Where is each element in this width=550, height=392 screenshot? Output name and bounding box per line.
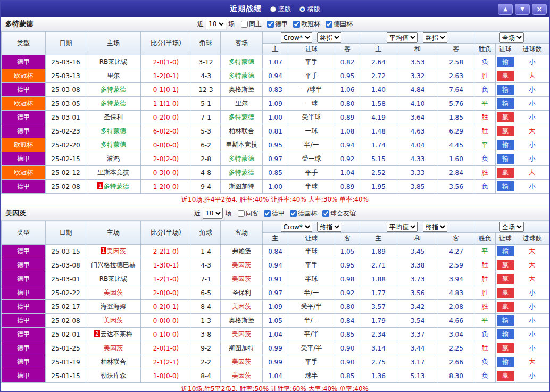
recent-count-select[interactable]: 10 xyxy=(206,19,226,29)
filter-option[interactable]: 德国杯 xyxy=(326,20,353,29)
league-cell: 德甲 xyxy=(2,369,46,383)
team-label: 里斯本竞技 xyxy=(226,141,257,148)
close-button[interactable]: × xyxy=(532,4,547,15)
date-cell: 25-01-15 xyxy=(46,369,86,383)
filter-option[interactable]: 德国杯 xyxy=(290,209,317,218)
avg-draw-cell: 3.37 xyxy=(397,328,438,341)
filter-checkbox[interactable] xyxy=(293,21,300,28)
filter-option[interactable]: 德甲 xyxy=(264,209,285,218)
team-label: 美因茨 xyxy=(104,316,123,324)
away-team-cell: 多特蒙德 xyxy=(221,69,263,83)
corner-cell: 5-3 xyxy=(191,124,221,138)
result-cell: 胜 xyxy=(474,111,496,124)
filter-checkbox-label: 德甲 xyxy=(275,20,288,29)
team-label: 圣保利 xyxy=(104,113,123,121)
goals-cell: 小 xyxy=(515,341,549,355)
avg-away-cell: 3.94 xyxy=(438,272,474,286)
handicap-result-cell: 赢 xyxy=(496,124,515,138)
avg-draw-cell: 3.45 xyxy=(397,245,438,258)
filter-option[interactable]: 欧冠杯 xyxy=(293,20,320,29)
avg-home-cell: 1.77 xyxy=(360,286,397,300)
match-row: 德甲25-03-08门兴格拉德巴赫1-3(0-1)4-3美因茨0.94平手0.9… xyxy=(2,258,549,272)
corner-cell: 9-4 xyxy=(191,180,221,194)
handicap-cell: 平手 xyxy=(288,258,335,272)
score-cell: 2-0(1-0) xyxy=(141,55,191,69)
match-row: 德甲25-01-15勒沃库森1-0(0-0)8-4美因茨1.04球半0.851.… xyxy=(2,369,549,383)
match-row: 德甲25-02-081多特蒙德1-2(0-0)9-4斯图加特1.00半球0.89… xyxy=(2,180,549,194)
match-row: 德甲25-01-19柏林联合2-1(2-1)2-2美因茨0.99平手0.902.… xyxy=(2,355,549,369)
home-team-cell: 美因茨 xyxy=(86,286,141,300)
goals-cell: 小 xyxy=(515,111,549,124)
results-body: 德甲25-03-151美因茨2-2(1-0)1-4弗赖堡0.84半球1.051.… xyxy=(2,245,549,383)
view-mode-radio[interactable]: 竖版 xyxy=(270,5,291,14)
view-mode-radio[interactable]: 横版 xyxy=(299,5,320,14)
avg-away-cell: 2.66 xyxy=(438,355,474,369)
odds-stage-select[interactable]: 终指 xyxy=(317,222,341,232)
team-label: RB莱比锡 xyxy=(99,275,128,282)
avg-away-cell: 2.84 xyxy=(438,166,474,180)
result-cell: 负 xyxy=(474,152,496,166)
odds-away-cell: 1.04 xyxy=(335,166,360,180)
score-cell: 0-0(0-0) xyxy=(141,314,191,328)
handicap-result-cell: 输 xyxy=(496,180,515,194)
filter-option[interactable]: 同主 xyxy=(241,20,262,29)
handicap-result-chip: 输 xyxy=(497,85,514,95)
section-header: 多特蒙德 近 10 场 同主德甲欧冠杯德国杯 xyxy=(1,17,549,31)
avg-draw-cell: 4.63 xyxy=(397,124,438,138)
bookmaker-select[interactable]: Crow* xyxy=(281,222,312,232)
avg-select[interactable]: 平均值 xyxy=(387,222,418,232)
date-cell: 25-02-17 xyxy=(46,300,86,314)
filter-option[interactable]: 德甲 xyxy=(267,20,288,29)
col-avg-draw: 和 xyxy=(397,44,438,55)
avg-draw-cell: 3.56 xyxy=(397,286,438,300)
bookmaker-select[interactable]: Crow* xyxy=(281,32,312,43)
corner-cell: 4-3 xyxy=(191,69,221,83)
filter-checkbox[interactable] xyxy=(267,21,274,28)
result-cell: 胜 xyxy=(474,258,496,272)
avg-select[interactable]: 平均值 xyxy=(387,32,418,43)
date-cell: 25-03-08 xyxy=(46,258,86,272)
avg-stage-select[interactable]: 终指 xyxy=(423,222,447,232)
goals-cell: 小 xyxy=(515,55,549,69)
move-down-button[interactable]: ▼ xyxy=(515,4,530,15)
avg-home-cell: 2.64 xyxy=(360,55,397,69)
move-up-button[interactable]: ▲ xyxy=(498,4,513,15)
col-score: 比分(半场) xyxy=(141,221,191,245)
team-label: 里尔 xyxy=(235,99,248,107)
handicap-cell: 平/半 xyxy=(288,328,335,341)
league-cell: 欧冠杯 xyxy=(2,97,46,111)
col-handicap-result: 让球 xyxy=(496,233,515,245)
filter-checkbox-group: 同主德甲欧冠杯德国杯 xyxy=(241,20,353,29)
filter-checkbox[interactable] xyxy=(241,21,248,28)
avg-away-cell: 7.64 xyxy=(438,83,474,97)
recent-count-select[interactable]: 10 xyxy=(203,208,223,219)
avg-draw-cell: 3.64 xyxy=(397,111,438,124)
filter-checkbox[interactable] xyxy=(322,210,329,217)
odds-away-cell: 0.95 xyxy=(335,258,360,272)
filter-checkbox[interactable] xyxy=(290,210,297,217)
fulltime-select[interactable]: 全场 xyxy=(499,32,524,43)
odds-away-cell: 0.80 xyxy=(335,300,360,314)
avg-home-cell: 1.40 xyxy=(360,83,397,97)
col-corner: 角球 xyxy=(191,32,221,55)
match-row: 德甲25-02-012云达不莱梅0-1(0-0)3-8美因茨1.04平/半0.8… xyxy=(2,328,549,341)
filter-checkbox[interactable] xyxy=(264,210,271,217)
avg-stage-select[interactable]: 终指 xyxy=(423,32,447,43)
odds-home-cell: 1.00 xyxy=(263,111,288,124)
home-team-cell: 美因茨 xyxy=(86,341,141,355)
col-result: 胜负 xyxy=(474,44,496,55)
avg-draw-cell: 5.13 xyxy=(397,369,438,383)
close-icon: × xyxy=(536,5,543,13)
league-cell: 德甲 xyxy=(2,355,46,369)
filter-option[interactable]: 球会友谊 xyxy=(322,209,356,218)
score-cell: 0-1(0-1) xyxy=(141,83,191,97)
fulltime-select[interactable]: 全场 xyxy=(499,222,524,232)
date-cell: 25-03-15 xyxy=(46,245,86,258)
filter-option[interactable]: 同客 xyxy=(238,209,259,218)
odds-stage-select[interactable]: 终指 xyxy=(317,32,341,43)
filter-checkbox[interactable] xyxy=(238,210,245,217)
filter-checkbox[interactable] xyxy=(326,21,332,28)
rank-badge: 2 xyxy=(94,330,99,337)
avg-draw-cell: 3.73 xyxy=(397,272,438,286)
home-team-cell: 柏林联合 xyxy=(86,355,141,369)
